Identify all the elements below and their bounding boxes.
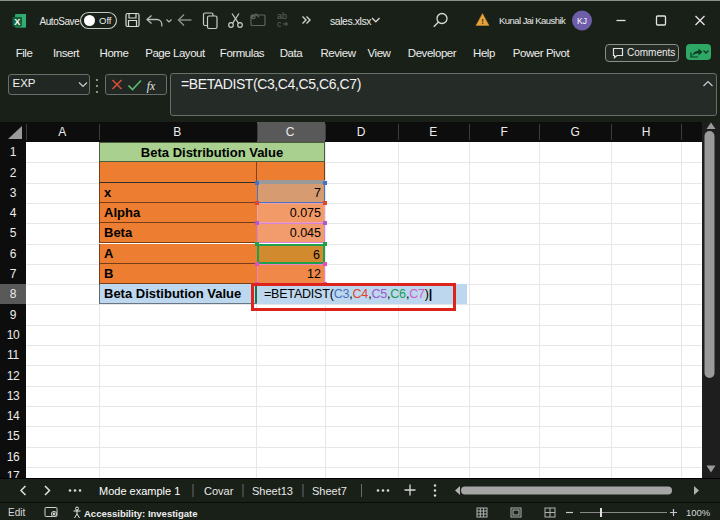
svg-text:Off: Off [99, 15, 112, 26]
svg-text:KJ: KJ [577, 16, 587, 26]
svg-text:fx: fx [147, 79, 156, 92]
svg-text:c: c [277, 19, 282, 29]
svg-text:!: ! [481, 17, 484, 26]
svg-text:X: X [14, 17, 20, 27]
